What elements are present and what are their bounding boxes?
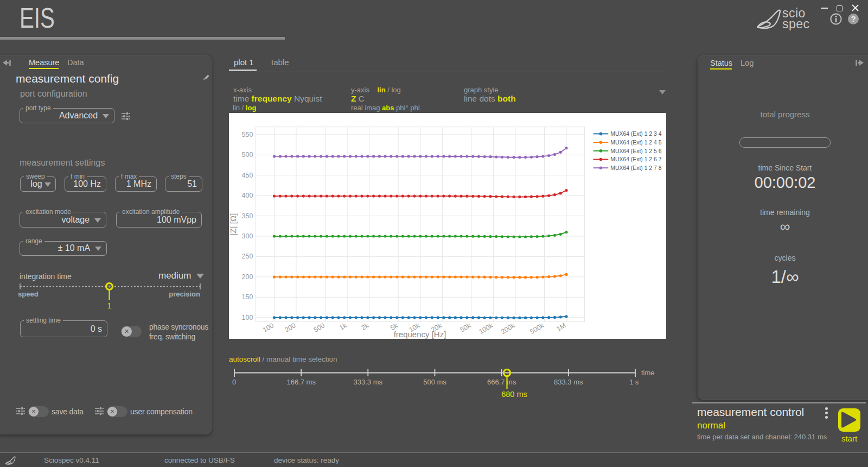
svg-text:MUX64 (Ext) 1 2 3 4: MUX64 (Ext) 1 2 3 4 — [610, 131, 661, 137]
svg-text:spec: spec — [782, 17, 810, 30]
svg-text:500: 500 — [242, 151, 253, 159]
svg-text:680 ms: 680 ms — [501, 390, 527, 399]
svg-text:500 ms: 500 ms — [423, 378, 446, 386]
svg-text:150: 150 — [242, 293, 253, 301]
svg-text:250: 250 — [242, 253, 253, 260]
svg-text:100: 100 — [242, 314, 253, 321]
svg-text:166.7 ms: 166.7 ms — [286, 378, 316, 386]
svg-text:450: 450 — [242, 172, 253, 179]
svg-text:666.7 ms: 666.7 ms — [487, 378, 516, 386]
svg-text:frequency [Hz]: frequency [Hz] — [394, 330, 446, 339]
svg-text:MUX64 (Ext) 1 2 7 8: MUX64 (Ext) 1 2 7 8 — [610, 165, 661, 171]
svg-text:200: 200 — [242, 273, 253, 281]
svg-text:350: 350 — [242, 212, 253, 220]
svg-text:833.3 ms: 833.3 ms — [554, 378, 583, 386]
svg-text:333.3 ms: 333.3 ms — [354, 378, 383, 386]
svg-text:MUX64 (Ext) 1 2 5 6: MUX64 (Ext) 1 2 5 6 — [610, 148, 661, 154]
svg-text:1: 1 — [107, 301, 112, 310]
svg-text:time: time — [641, 369, 655, 377]
svg-text:?: ? — [851, 14, 856, 23]
svg-text:MUX64 (Ext) 1 2 4 5: MUX64 (Ext) 1 2 4 5 — [610, 140, 661, 146]
svg-text:MUX64 (Ext) 1 2 6 7: MUX64 (Ext) 1 2 6 7 — [610, 156, 661, 162]
svg-text:300: 300 — [242, 232, 253, 240]
svg-text:550: 550 — [242, 131, 253, 138]
svg-text:0: 0 — [232, 378, 236, 386]
svg-text:|Z| [Ω]: |Z| [Ω] — [229, 213, 238, 236]
svg-text:1 s: 1 s — [629, 378, 639, 386]
svg-text:400: 400 — [242, 192, 253, 199]
